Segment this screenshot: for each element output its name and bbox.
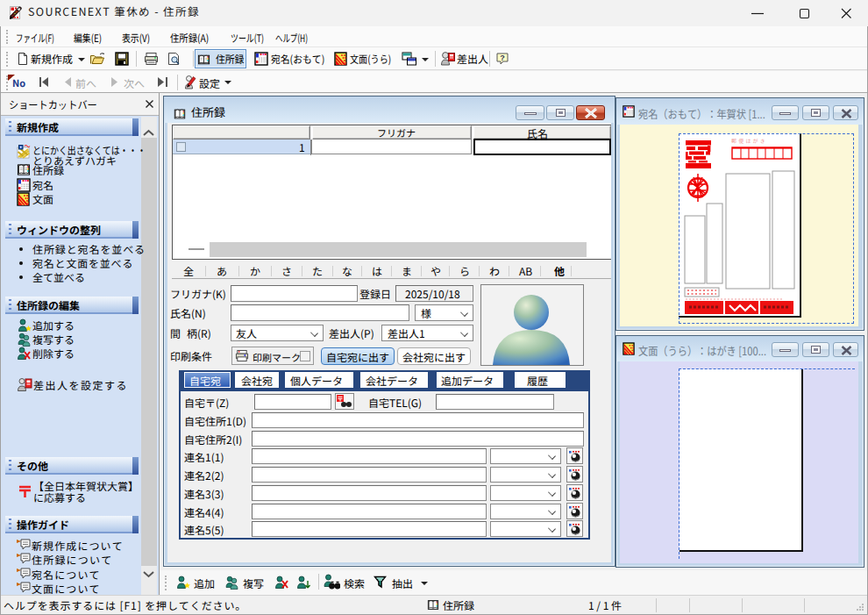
- svg-text:?: ?: [500, 52, 505, 63]
